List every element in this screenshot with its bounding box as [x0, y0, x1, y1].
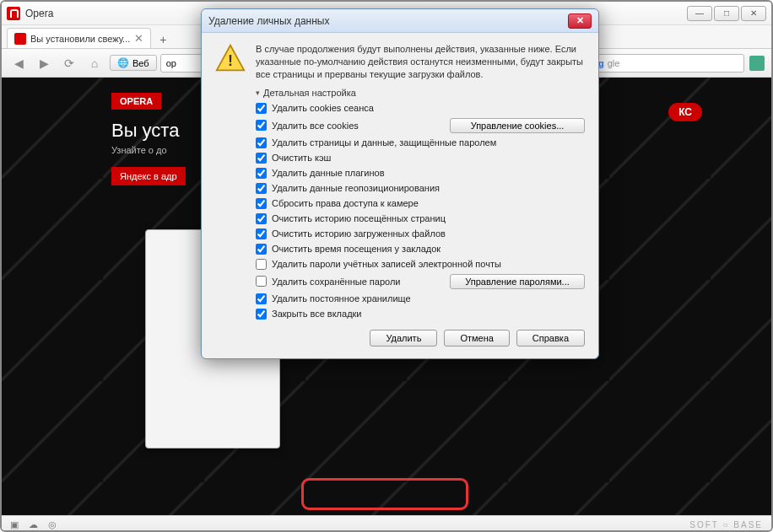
option-label: Удалить данные плагинов: [272, 168, 385, 178]
cancel-button[interactable]: Отмена: [444, 330, 509, 347]
hero-subheading: Узнайте о до: [111, 145, 186, 155]
address-scope-button[interactable]: 🌐 Веб: [110, 55, 157, 71]
option-row: Сбросить права доступа к камере: [256, 198, 585, 209]
reload-button[interactable]: ⟳: [59, 53, 79, 73]
option-label: Удалить cookies сеанса: [272, 103, 374, 113]
extension-icon[interactable]: [749, 56, 765, 71]
option-row: Удалить сохранённые паролиУправление пар…: [256, 274, 585, 289]
option-row: Очистить историю посещённых страниц: [256, 213, 585, 224]
option-row: Очистить историю загруженных файлов: [256, 228, 585, 239]
option-row: Очистить время посещения у закладок: [256, 244, 585, 255]
option-row: Удалить все cookiesУправление cookies...: [256, 118, 585, 133]
delete-button[interactable]: Удалить: [370, 330, 437, 347]
option-label: Удалить постоянное хранилище: [272, 293, 411, 304]
opera-logo-text: OPERA: [111, 93, 161, 110]
option-row: Удалить данные геопозиционирования: [256, 183, 585, 194]
cloud-icon[interactable]: ☁: [29, 519, 38, 530]
option-row: Удалить данные плагинов: [256, 168, 585, 179]
home-button[interactable]: ⌂: [84, 53, 105, 73]
help-button[interactable]: Справка: [516, 330, 585, 347]
option-row: Удалить страницы и данные, защищённые па…: [256, 137, 585, 148]
sync-icon[interactable]: ◎: [48, 519, 57, 530]
manage-cookies-button[interactable]: Управление cookies...: [450, 118, 585, 133]
svg-text:!: !: [228, 52, 233, 69]
rus-badge: КС: [668, 103, 702, 121]
globe-icon: 🌐: [117, 57, 129, 68]
option-label: Очистить историю посещённых страниц: [272, 213, 446, 223]
tab-close-button[interactable]: ✕: [134, 32, 143, 45]
option-label: Очистить историю загруженных файлов: [272, 228, 446, 239]
window-close-button[interactable]: ✕: [741, 6, 766, 21]
option-checkbox[interactable]: [256, 213, 267, 224]
option-label: Закрыть все вкладки: [272, 309, 362, 319]
option-checkbox[interactable]: [256, 153, 267, 164]
watermark: SOFT ○ BASE: [689, 520, 763, 529]
forward-button[interactable]: ▶: [34, 53, 54, 73]
option-checkbox[interactable]: [256, 120, 267, 131]
option-label: Удалить данные геопозиционирования: [272, 183, 440, 193]
manage-passwords-button[interactable]: Управление паролями...: [450, 274, 585, 289]
option-label: Удалить страницы и данные, защищённые па…: [272, 137, 496, 148]
search-box[interactable]: g gle: [592, 54, 744, 73]
back-button[interactable]: ◀: [8, 53, 29, 73]
dialog-close-button[interactable]: ✕: [568, 13, 592, 29]
search-placeholder: gle: [608, 58, 620, 68]
option-checkbox[interactable]: [256, 103, 267, 114]
option-checkbox[interactable]: [256, 183, 267, 194]
option-label: Удалить сохранённые пароли: [272, 277, 400, 287]
option-checkbox[interactable]: [256, 168, 267, 179]
opera-icon: [14, 33, 26, 45]
detail-toggle[interactable]: ▾ Детальная настройка: [256, 88, 585, 98]
window-maximize-button[interactable]: □: [714, 6, 739, 21]
option-row: Очистить кэш: [256, 153, 585, 164]
window-title: Opera: [25, 8, 53, 19]
option-row: Удалить cookies сеанса: [256, 103, 585, 114]
window-minimize-button[interactable]: —: [687, 6, 712, 21]
option-checkbox[interactable]: [256, 198, 267, 209]
option-row: Закрыть все вкладки: [256, 309, 585, 320]
dialog-info-text: В случае продолжения будут выполнены дей…: [256, 43, 585, 81]
opera-icon: [7, 7, 20, 20]
option-label: Удалить пароли учётных записей электронн…: [272, 259, 501, 269]
option-checkbox[interactable]: [256, 276, 267, 287]
option-label: Удалить все cookies: [272, 121, 359, 131]
warning-icon: !: [215, 43, 246, 73]
tab-title: Вы установили свежу...: [30, 34, 130, 44]
delete-private-data-dialog: Удаление личных данных ✕ ! В случае прод…: [201, 8, 599, 359]
option-label: Очистить кэш: [272, 153, 331, 163]
option-label: Сбросить права доступа к камере: [272, 198, 419, 208]
option-checkbox[interactable]: [256, 228, 267, 239]
option-checkbox[interactable]: [256, 244, 267, 255]
new-tab-button[interactable]: +: [154, 31, 171, 48]
option-checkbox[interactable]: [256, 259, 267, 270]
option-checkbox[interactable]: [256, 309, 267, 320]
address-scope-label: Веб: [132, 58, 149, 68]
status-bar: ▣ ☁ ◎ SOFT ○ BASE: [2, 515, 771, 532]
option-checkbox[interactable]: [256, 137, 267, 148]
detail-toggle-label: Детальная настройка: [263, 88, 356, 98]
hero-heading: Вы уста: [111, 120, 186, 142]
dialog-title: Удаление личных данных: [208, 15, 329, 27]
yandex-button[interactable]: Яндекс в адр: [111, 167, 186, 185]
dialog-titlebar: Удаление личных данных ✕: [202, 9, 598, 33]
google-icon: g: [598, 58, 604, 68]
panel-icon[interactable]: ▣: [10, 519, 19, 530]
option-checkbox[interactable]: [256, 293, 267, 304]
triangle-down-icon: ▾: [256, 89, 260, 97]
option-label: Очистить время посещения у закладок: [272, 244, 441, 254]
browser-tab[interactable]: Вы установили свежу... ✕: [7, 28, 151, 48]
option-row: Удалить пароли учётных записей электронн…: [256, 259, 585, 270]
option-row: Удалить постоянное хранилище: [256, 293, 585, 304]
